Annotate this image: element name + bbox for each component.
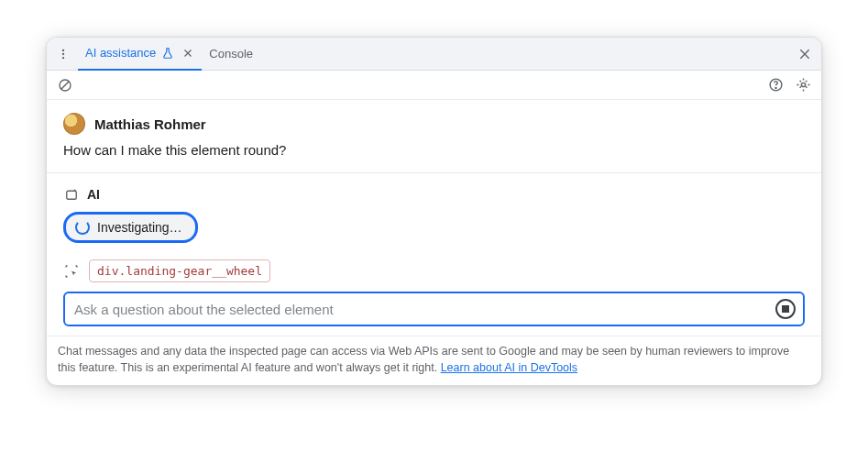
selected-element-chip[interactable]: div.landing-gear__wheel <box>89 259 270 282</box>
tab-label: AI assistance <box>85 46 156 60</box>
tab-console[interactable]: Console <box>202 38 260 71</box>
user-header: Matthias Rohmer <box>63 113 805 135</box>
svg-rect-7 <box>67 191 77 199</box>
disclaimer-text: Chat messages and any data the inspected… <box>58 345 789 374</box>
status-pill: Investigating… <box>63 212 198 243</box>
flask-icon <box>161 47 174 60</box>
element-picker-icon[interactable] <box>63 263 80 280</box>
user-message: How can I make this element round? <box>63 142 805 158</box>
ai-header: AI <box>63 186 805 203</box>
user-name: Matthias Rohmer <box>94 116 206 132</box>
more-menu-icon[interactable] <box>54 45 72 63</box>
tab-bar: AI assistance Console <box>47 38 821 71</box>
devtools-panel: AI assistance Console <box>46 37 822 386</box>
disclaimer-link[interactable]: Learn about AI in DevTools <box>441 361 577 374</box>
chat-content: Matthias Rohmer How can I make this elem… <box>47 100 821 336</box>
prompt-input-wrap <box>63 292 805 326</box>
ai-toolbar <box>47 71 821 100</box>
divider <box>47 172 821 173</box>
ai-spark-icon <box>63 186 80 203</box>
gear-icon[interactable] <box>794 76 812 94</box>
svg-point-0 <box>62 49 64 50</box>
tab-label: Console <box>209 47 253 61</box>
disclaimer: Chat messages and any data the inspected… <box>47 336 821 385</box>
svg-point-5 <box>775 87 775 88</box>
ai-label: AI <box>87 187 100 202</box>
context-row: div.landing-gear__wheel <box>63 259 805 282</box>
close-tab-icon[interactable] <box>181 47 194 60</box>
svg-point-2 <box>62 56 64 58</box>
svg-point-6 <box>801 83 805 86</box>
prompt-input[interactable] <box>74 302 768 317</box>
stop-button[interactable] <box>775 299 796 319</box>
close-panel-icon[interactable] <box>796 45 814 63</box>
svg-point-1 <box>62 52 64 54</box>
status-text: Investigating… <box>97 220 182 235</box>
clear-icon[interactable] <box>56 76 74 94</box>
spinner-icon <box>75 220 90 235</box>
stop-icon <box>782 305 789 313</box>
tab-ai-assistance[interactable]: AI assistance <box>78 38 202 71</box>
help-icon[interactable] <box>766 76 785 94</box>
avatar <box>63 113 85 135</box>
